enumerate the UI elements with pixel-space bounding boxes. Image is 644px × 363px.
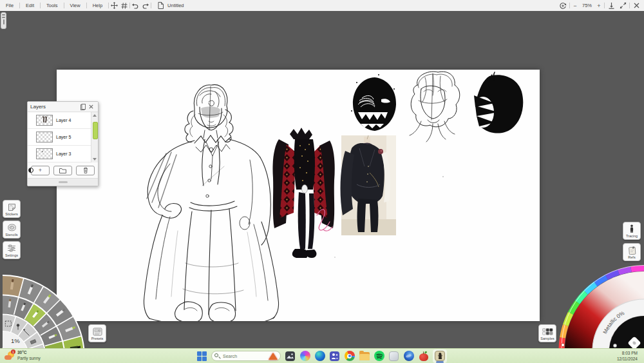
taskbar-icon-copilot[interactable] xyxy=(299,351,310,362)
menu-bar: File Edit Tools View Help Untitled xyxy=(0,0,644,11)
taskbar-icon-teams[interactable] xyxy=(329,351,340,362)
layer-thumbnail xyxy=(36,148,53,159)
close-layers-icon[interactable] xyxy=(87,103,95,111)
add-layer-label: + xyxy=(39,167,42,173)
app-window: File Edit Tools View Help Untitled xyxy=(0,0,644,363)
menu-view[interactable]: View xyxy=(64,3,86,8)
trash-icon xyxy=(83,167,88,173)
undo-icon[interactable] xyxy=(130,2,140,10)
presets-icon xyxy=(89,326,106,337)
start-button[interactable] xyxy=(196,351,207,362)
document-title: Untitled xyxy=(167,3,184,8)
taskbar-icon-chrome[interactable] xyxy=(344,351,355,362)
taskbar-clock[interactable]: 8:03 PM 12/11/2024 xyxy=(617,350,644,362)
taskbar-icon-spotify[interactable] xyxy=(374,351,384,362)
scroll-down-icon[interactable] xyxy=(93,158,97,161)
stencil-icon xyxy=(3,222,20,233)
taskbar-icon-blue-swirl-app[interactable] xyxy=(403,351,414,362)
windows-taskbar: 1 30°C Partly sunny Search xyxy=(0,348,644,363)
clock-time: 8:03 PM xyxy=(617,350,638,356)
taskbar-icon-apple-app[interactable] xyxy=(418,351,429,362)
layers-panel-title: Layers xyxy=(30,104,46,110)
reference-photo-dark-suit xyxy=(341,135,396,235)
head-study-dark-face xyxy=(351,74,396,131)
head-study-hair-silhouette xyxy=(472,72,523,133)
notification-badge: 1 xyxy=(11,349,15,354)
zoom-in-button[interactable]: + xyxy=(595,3,603,9)
layer-name: Layer 5 xyxy=(56,135,71,139)
layer-group-button[interactable] xyxy=(53,166,72,175)
search-icon xyxy=(214,353,220,359)
scrollbar-thumb[interactable] xyxy=(93,122,98,139)
weather-temperature: 30°C xyxy=(17,350,41,356)
menu-tools[interactable]: Tools xyxy=(41,3,64,8)
sticker-icon xyxy=(3,202,20,212)
collapsed-toolbar-handle[interactable] xyxy=(1,12,6,29)
value-handle[interactable] xyxy=(613,344,616,347)
samples-button[interactable]: Samples xyxy=(538,324,556,342)
folder-icon xyxy=(59,168,66,173)
weather-condition: Partly sunny xyxy=(17,356,41,362)
document-icon xyxy=(155,2,166,10)
menu-help[interactable]: Help xyxy=(87,3,108,8)
zoom-out-button[interactable]: − xyxy=(571,3,579,9)
export-icon[interactable] xyxy=(606,2,616,10)
stickers-label: Stickers xyxy=(5,212,18,217)
character-sketch xyxy=(144,84,278,321)
close-icon[interactable] xyxy=(631,2,641,10)
taskbar-icon-gallery-app[interactable] xyxy=(285,351,296,362)
taskbar-weather-widget[interactable]: 1 30°C Partly sunny xyxy=(0,350,97,362)
menu-file[interactable]: File xyxy=(0,3,19,8)
taskbar-icon-paint-app-active[interactable] xyxy=(433,349,447,363)
drawing-canvas[interactable] xyxy=(57,70,540,321)
layer-thumbnail xyxy=(36,115,53,126)
search-highlight-graphic-icon xyxy=(269,353,278,360)
scroll-up-icon[interactable] xyxy=(93,114,97,117)
layer-row-4[interactable]: Layer 4 xyxy=(28,112,91,129)
reference-note-icon xyxy=(623,245,640,255)
add-layer-button[interactable]: + xyxy=(31,166,50,175)
layer-opacity-indicator-icon[interactable] xyxy=(28,168,33,173)
move-tool-icon[interactable] xyxy=(109,2,119,10)
tracing-button[interactable]: Tracing xyxy=(623,222,641,240)
zoom-level[interactable]: 75% xyxy=(580,3,594,8)
stencils-button[interactable]: Stencils xyxy=(3,221,21,239)
search-placeholder: Search xyxy=(223,354,266,358)
color-wheel[interactable]: Metallic 0% xyxy=(553,261,644,348)
fullscreen-icon[interactable] xyxy=(618,2,628,10)
settings-sliders-icon xyxy=(3,243,20,253)
settings-button[interactable]: Settings xyxy=(3,241,21,259)
settings-label: Settings xyxy=(5,253,18,259)
grid-icon[interactable] xyxy=(119,2,129,10)
paste-layer-icon[interactable] xyxy=(79,103,87,111)
layers-resize-handle[interactable] xyxy=(28,178,98,186)
taskbar-icon-file-explorer[interactable] xyxy=(359,351,370,362)
stickers-button[interactable]: Stickers xyxy=(3,200,21,218)
layers-panel-header[interactable]: Layers xyxy=(28,102,98,112)
clock-date: 12/11/2024 xyxy=(617,356,638,362)
brush-tool-wheel[interactable]: T 1% xyxy=(0,270,90,348)
refs-label: Refs xyxy=(628,255,635,260)
taskbar-search[interactable]: Search xyxy=(211,351,281,361)
layer-row-3[interactable]: Layer 3 xyxy=(28,146,91,162)
menu-edit[interactable]: Edit xyxy=(20,3,40,8)
tracing-figure-icon xyxy=(623,224,640,234)
hue-handle[interactable] xyxy=(561,343,564,346)
layer-row-5[interactable]: Layer 5 xyxy=(28,129,91,146)
redo-icon[interactable] xyxy=(140,2,151,10)
weather-icon: 1 xyxy=(5,351,15,361)
windows-logo-icon xyxy=(197,351,207,361)
layers-scrollbar[interactable] xyxy=(91,112,98,162)
opacity-value-label[interactable]: 1% xyxy=(11,337,20,344)
reset-rotation-icon[interactable] xyxy=(558,2,568,10)
stencils-label: Stencils xyxy=(5,233,17,238)
taskbar-icon-gray-app[interactable] xyxy=(388,351,399,362)
taskbar-icon-edge[interactable] xyxy=(314,351,325,362)
color-samples-icon xyxy=(539,326,556,337)
presets-label: Presets xyxy=(91,337,104,342)
delete-layer-button[interactable] xyxy=(76,166,95,175)
reference-photo-red-coat xyxy=(272,128,334,258)
refs-button[interactable]: Refs xyxy=(623,243,641,261)
presets-button[interactable]: Presets xyxy=(88,324,106,342)
layer-thumbnail xyxy=(36,132,53,142)
